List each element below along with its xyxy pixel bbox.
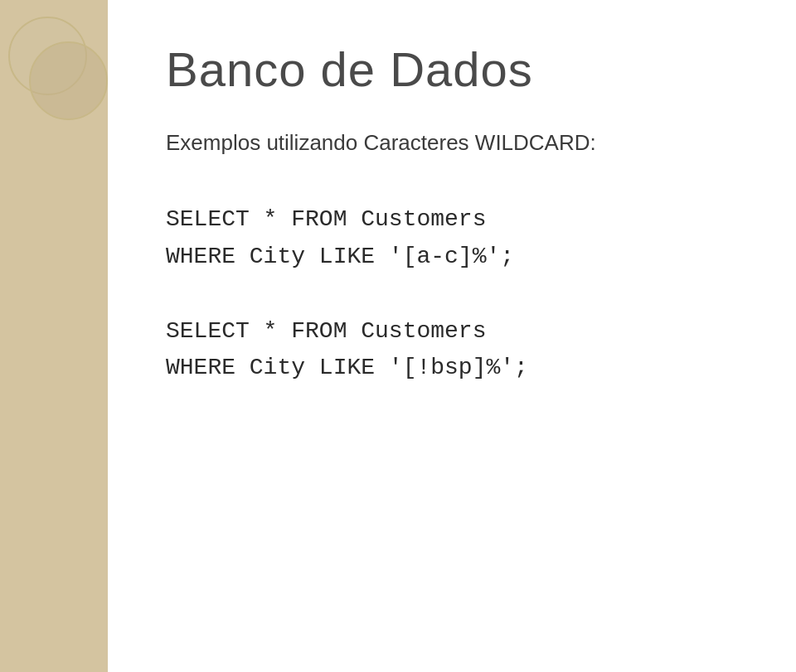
code-line-2-2: WHERE City LIKE '[!bsp]%';: [166, 350, 746, 387]
page-title: Banco de Dados: [166, 41, 746, 97]
circle-2: [29, 41, 108, 120]
decorative-circles: [8, 17, 100, 124]
code-line-2-1: SELECT * FROM Customers: [166, 313, 746, 351]
code-line-1-2: WHERE City LIKE '[a-c]%';: [166, 239, 746, 276]
subtitle: Exemplos utilizando Caracteres WILDCARD:: [166, 130, 746, 156]
code-block-2: SELECT * FROM Customers WHERE City LIKE …: [166, 313, 746, 388]
left-sidebar: [0, 0, 108, 672]
code-line-1-1: SELECT * FROM Customers: [166, 201, 746, 239]
code-block-1: SELECT * FROM Customers WHERE City LIKE …: [166, 201, 746, 276]
main-content: Banco de Dados Exemplos utilizando Carac…: [108, 0, 796, 672]
